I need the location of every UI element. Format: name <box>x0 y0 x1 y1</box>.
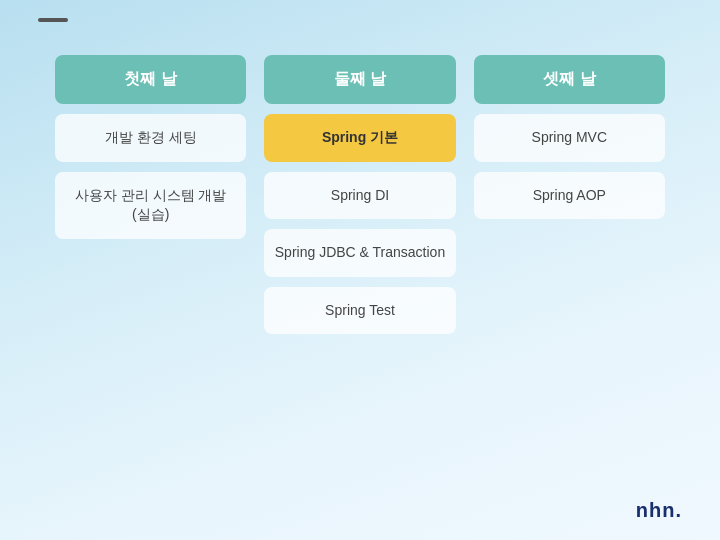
topic-card-card3-2: Spring AOP <box>474 172 665 220</box>
column-col3: 셋째 날Spring MVCSpring AOP <box>474 55 665 485</box>
topic-card-card1-1: 개발 환경 세팅 <box>55 114 246 162</box>
topic-card-card2-3: Spring JDBC & Transaction <box>264 229 455 277</box>
day-header-col2: 둘째 날 <box>264 55 455 104</box>
day-header-col1: 첫째 날 <box>55 55 246 104</box>
day-header-col3: 셋째 날 <box>474 55 665 104</box>
column-col2: 둘째 날Spring 기본Spring DISpring JDBC & Tran… <box>264 55 455 485</box>
nhn-logo: nhn. <box>636 499 682 522</box>
topic-card-card2-4: Spring Test <box>264 287 455 335</box>
top-bar-decoration <box>38 18 68 22</box>
topic-card-card3-1: Spring MVC <box>474 114 665 162</box>
logo-text: nhn. <box>636 499 682 521</box>
topic-card-card2-2: Spring DI <box>264 172 455 220</box>
column-col1: 첫째 날개발 환경 세팅사용자 관리 시스템 개발 (실습) <box>55 55 246 485</box>
topic-card-card2-1: Spring 기본 <box>264 114 455 162</box>
topic-card-card1-2: 사용자 관리 시스템 개발 (실습) <box>55 172 246 239</box>
main-content: 첫째 날개발 환경 세팅사용자 관리 시스템 개발 (실습)둘째 날Spring… <box>55 55 665 485</box>
